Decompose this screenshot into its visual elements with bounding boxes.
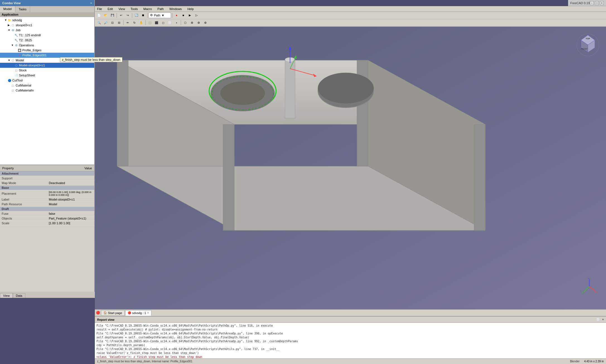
tb-stop[interactable]: ⏹ — [140, 12, 146, 18]
model-icon: ⬡ — [11, 58, 15, 62]
tb-redo[interactable]: ↪ — [125, 12, 131, 18]
tree-item-setupsheet[interactable]: ▶ 📄 SetupSheet — [0, 73, 94, 78]
svg-text:FRONT: FRONT — [581, 48, 588, 50]
viewport[interactable]: TOP FRONT ◁ ▷ △ ▽ x y z — [95, 27, 606, 309]
tb-misc-3[interactable]: ◻ — [160, 20, 166, 26]
tb-rotate[interactable]: ↻ — [131, 20, 137, 26]
report-content[interactable]: File "C:\FreeCAD_0.19.20655-Win-Conda_vc… — [95, 323, 606, 358]
tab-data[interactable]: Data — [13, 293, 25, 298]
toolbar-sep-2 — [132, 13, 132, 18]
tree-area[interactable]: ▼ 📁 sdvsdg ▶ ⬡ stoopid3<c1 ▼ ⚙ Job ▶ 🔧 T… — [0, 17, 94, 173]
svg-text:x: x — [597, 291, 598, 294]
menu-view[interactable]: View — [117, 7, 126, 11]
doc-tab-sdvsdg[interactable]: 🔴 sdvsdg : 1 × — [125, 310, 151, 316]
path-chevron: ▼ — [161, 14, 165, 17]
nav-cube[interactable]: TOP FRONT ◁ ▷ △ ▽ — [575, 32, 600, 57]
tb-zoom-in[interactable]: 🔍 — [96, 20, 102, 26]
tree-item-sdvsdg[interactable]: ▼ 📁 sdvsdg — [0, 18, 94, 23]
tree-item-stock[interactable]: ▶ ◻ Stock — [0, 68, 94, 73]
expand-arrow-job[interactable]: ▼ — [8, 29, 11, 32]
tree-item-cutmaterial[interactable]: ▶ ◻ CutMaterial — [0, 83, 94, 88]
tb-stop2[interactable]: ■ — [180, 12, 186, 18]
prop-view-tabs: View Data — [0, 292, 95, 298]
menu-edit[interactable]: Edit — [107, 7, 114, 11]
axes-svg: x y z — [581, 278, 598, 295]
prop-row-placement: Placement [00.00 0.00 1.00]; 0.000 deg; … — [0, 190, 94, 197]
tool-icon: 🔧 — [14, 33, 18, 37]
path-dropdown[interactable]: ⚙ Path ▼ — [149, 13, 171, 18]
tab-model[interactable]: Model — [0, 6, 15, 12]
expand-arrow[interactable]: ▼ — [4, 19, 7, 21]
job-icon: ⚙ — [11, 28, 15, 32]
expand-arrow[interactable]: ▶ — [8, 24, 11, 26]
tree-item-profile-edges001[interactable]: ▶ ⚠ Profile_Edges001 — [0, 53, 94, 58]
prop-row-label: Label Model-stoopid3<c1 — [0, 197, 94, 202]
doc-tab-startpage[interactable]: 🏠 Start page — [101, 310, 125, 316]
tb-fit-sel[interactable]: ⊟ — [116, 20, 122, 26]
tb-misc-5[interactable]: ▪ — [173, 20, 180, 26]
app-title: FreeCAD 0.19 — [570, 1, 590, 5]
prop-section-base: Base — [0, 185, 94, 190]
toolbar-area: 📄 📂 💾 ↩ ↪ 🔄 ⏹ ⚙ Path ▼ ● ■ ▶ ▷ 🔍 🔎 ⊡ ⊟ ✏… — [95, 12, 606, 27]
tree-item-t1[interactable]: ▶ 🔧 T1: .125 endmill — [0, 33, 94, 38]
tree-item-job[interactable]: ▼ ⚙ Job — [0, 28, 94, 33]
tb-open[interactable]: 📂 — [103, 12, 109, 18]
tree-item-stoopid3[interactable]: ▶ ⬡ stoopid3<c1 — [0, 23, 94, 28]
tb-undo[interactable]: ↩ — [118, 12, 124, 18]
tb-refresh[interactable]: 🔄 — [133, 12, 139, 18]
menu-file[interactable]: File — [96, 7, 103, 11]
sdvsdg-label: sdvsdg : 1 — [132, 311, 146, 315]
tb-draw[interactable]: ✏ — [125, 20, 131, 26]
menu-tools[interactable]: Tools — [129, 7, 139, 11]
close-button[interactable]: × — [600, 1, 604, 5]
expand-arrow-model[interactable]: ▼ — [8, 59, 11, 62]
tb-misc-8[interactable]: ⚙ — [195, 20, 202, 26]
tb-misc-7[interactable]: ⚙ — [189, 20, 195, 26]
tb-pan[interactable]: ✋ — [138, 20, 144, 26]
value-label: Value — [84, 167, 92, 170]
menu-macro[interactable]: Macro — [142, 7, 153, 11]
tb-misc-6[interactable]: ⬡ — [182, 20, 188, 26]
folder-icon: 📁 — [7, 18, 12, 22]
tree-label-operations: Operations — [19, 44, 34, 47]
toolbar-sep-3 — [147, 13, 148, 18]
tree-item-model-stoopid3[interactable]: ▶ ⬡ Model-stoopid3<c1 — [0, 63, 94, 68]
minimize-button[interactable]: − — [590, 1, 594, 5]
tree-item-cuttool[interactable]: ▶ 🔵 CutTool — [0, 78, 94, 83]
report-line-5: File "C:\FreeCAD_0.19.20655-Win-Conda_vc… — [96, 339, 604, 343]
tb-fit[interactable]: ⊡ — [109, 20, 115, 26]
toolbar-row-1: 📄 📂 💾 ↩ ↪ 🔄 ⏹ ⚙ Path ▼ ● ■ ▶ ▷ — [95, 12, 606, 19]
tb-misc-9[interactable]: ⚙ — [202, 20, 208, 26]
tb-misc-4[interactable]: ⬜ — [167, 20, 173, 26]
report-close-icon[interactable]: × — [602, 318, 604, 321]
tab-tasks[interactable]: Tasks — [15, 6, 30, 12]
tab-view[interactable]: View — [0, 293, 13, 298]
part-icon: ⬡ — [11, 23, 15, 27]
blend-mode: Blender — [570, 360, 580, 363]
maximize-button[interactable]: □ — [595, 1, 599, 5]
tree-item-profile-edges[interactable]: ▶ 🔲 Profile_Edges — [0, 48, 94, 53]
status-message: z_finish_step must be less than step_dow… — [97, 360, 192, 363]
tree-item-operations[interactable]: ▼ ⚙ Operations — [0, 43, 94, 48]
tb-play2[interactable]: ▷ — [194, 12, 200, 18]
tree-item-cutmaterialin[interactable]: ▶ ◻ CutMaterialIn — [0, 88, 94, 93]
menu-path[interactable]: Path — [156, 7, 165, 11]
tb-new[interactable]: 📄 — [96, 12, 102, 18]
menu-windows[interactable]: Windows — [168, 7, 183, 11]
expand-arrow-ops[interactable]: ▼ — [11, 44, 14, 47]
tb-misc-2[interactable]: ⬛ — [153, 20, 160, 26]
tree-item-t2[interactable]: ▶ 🔧 T2: .0625 — [0, 38, 94, 43]
report-expand-icon[interactable]: ⬜ — [597, 318, 600, 321]
tab-close-icon[interactable]: × — [147, 311, 149, 314]
svg-text:◁: ◁ — [578, 42, 581, 47]
tb-record[interactable]: ● — [173, 12, 180, 18]
tb-play[interactable]: ▶ — [187, 12, 193, 18]
tb-save[interactable]: 💾 — [109, 12, 115, 18]
tb-zoom-out[interactable]: 🔎 — [103, 20, 109, 26]
tree-item-model[interactable]: ▼ ⬡ Model — [0, 58, 94, 63]
tree-label-profile-edges: Profile_Edges — [22, 49, 42, 52]
menu-help[interactable]: Help — [186, 7, 195, 11]
tb-misc-1[interactable]: ⬚ — [147, 20, 153, 26]
panel-close-icon[interactable]: × — [90, 1, 92, 5]
tree-label-cuttool: CutTool — [12, 79, 23, 82]
